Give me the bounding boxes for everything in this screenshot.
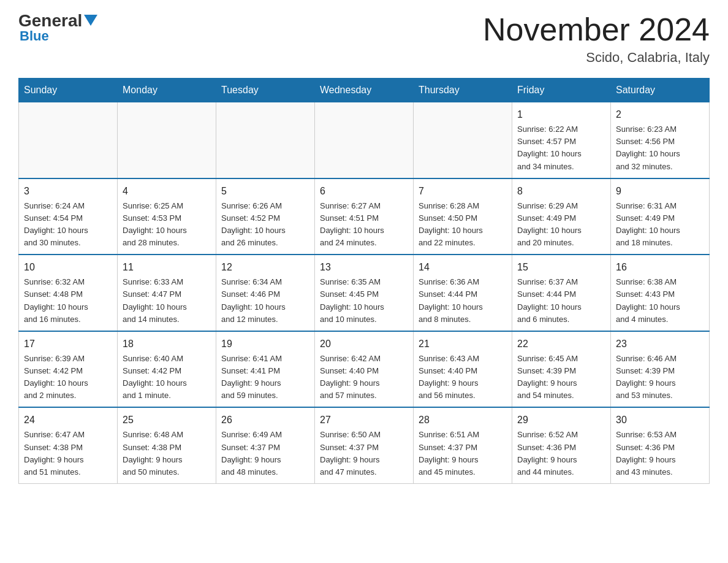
day-cell: 28Sunrise: 6:51 AM Sunset: 4:37 PM Dayli… [414,407,512,483]
day-number: 5 [221,184,309,199]
day-number: 9 [616,184,704,199]
week-row-5: 24Sunrise: 6:47 AM Sunset: 4:38 PM Dayli… [19,407,710,483]
day-info: Sunrise: 6:32 AM Sunset: 4:48 PM Dayligh… [24,277,88,323]
day-info: Sunrise: 6:37 AM Sunset: 4:44 PM Dayligh… [517,277,582,323]
day-cell: 21Sunrise: 6:43 AM Sunset: 4:40 PM Dayli… [414,331,512,408]
day-info: Sunrise: 6:45 AM Sunset: 4:39 PM Dayligh… [517,354,578,400]
day-info: Sunrise: 6:49 AM Sunset: 4:37 PM Dayligh… [221,430,282,476]
day-cell: 2Sunrise: 6:23 AM Sunset: 4:56 PM Daylig… [611,102,710,178]
day-number: 4 [123,184,211,199]
day-cell [216,102,315,178]
day-cell [19,102,118,178]
day-number: 2 [616,107,704,122]
day-info: Sunrise: 6:29 AM Sunset: 4:49 PM Dayligh… [517,201,582,247]
day-number: 15 [517,260,605,275]
day-info: Sunrise: 6:22 AM Sunset: 4:57 PM Dayligh… [517,124,582,170]
day-cell: 6Sunrise: 6:27 AM Sunset: 4:51 PM Daylig… [315,178,414,255]
header-saturday: Saturday [611,79,710,102]
header-sunday: Sunday [19,79,118,102]
day-info: Sunrise: 6:23 AM Sunset: 4:56 PM Dayligh… [616,124,680,170]
week-row-3: 10Sunrise: 6:32 AM Sunset: 4:48 PM Dayli… [19,255,710,331]
day-number: 25 [123,413,211,427]
day-cell [118,102,216,178]
calendar-table: Sunday Monday Tuesday Wednesday Thursday… [18,78,710,484]
header-wednesday: Wednesday [315,79,414,102]
day-info: Sunrise: 6:46 AM Sunset: 4:39 PM Dayligh… [616,354,677,400]
day-cell: 23Sunrise: 6:46 AM Sunset: 4:39 PM Dayli… [611,331,710,408]
day-number: 22 [517,337,605,351]
day-cell: 15Sunrise: 6:37 AM Sunset: 4:44 PM Dayli… [512,255,611,331]
day-number: 11 [123,260,211,275]
week-row-4: 17Sunrise: 6:39 AM Sunset: 4:42 PM Dayli… [19,331,710,408]
day-number: 19 [221,337,309,351]
day-info: Sunrise: 6:38 AM Sunset: 4:43 PM Dayligh… [616,277,680,323]
day-info: Sunrise: 6:51 AM Sunset: 4:37 PM Dayligh… [419,430,479,476]
day-info: Sunrise: 6:41 AM Sunset: 4:41 PM Dayligh… [221,354,282,400]
day-info: Sunrise: 6:48 AM Sunset: 4:38 PM Dayligh… [123,430,183,476]
day-number: 27 [320,413,408,427]
day-number: 30 [616,413,704,427]
day-cell: 25Sunrise: 6:48 AM Sunset: 4:38 PM Dayli… [118,407,216,483]
day-cell: 10Sunrise: 6:32 AM Sunset: 4:48 PM Dayli… [19,255,118,331]
day-number: 6 [320,184,408,199]
day-cell: 11Sunrise: 6:33 AM Sunset: 4:47 PM Dayli… [118,255,216,331]
day-info: Sunrise: 6:53 AM Sunset: 4:36 PM Dayligh… [616,430,677,476]
day-cell: 16Sunrise: 6:38 AM Sunset: 4:43 PM Dayli… [611,255,710,331]
header-friday: Friday [512,79,611,102]
day-number: 3 [24,184,112,199]
day-cell: 19Sunrise: 6:41 AM Sunset: 4:41 PM Dayli… [216,331,315,408]
day-cell: 8Sunrise: 6:29 AM Sunset: 4:49 PM Daylig… [512,178,611,255]
day-cell: 26Sunrise: 6:49 AM Sunset: 4:37 PM Dayli… [216,407,315,483]
day-cell: 4Sunrise: 6:25 AM Sunset: 4:53 PM Daylig… [118,178,216,255]
header-monday: Monday [118,79,216,102]
day-number: 24 [24,413,112,427]
day-number: 10 [24,260,112,275]
day-number: 28 [419,413,507,427]
day-info: Sunrise: 6:26 AM Sunset: 4:52 PM Dayligh… [221,201,286,247]
day-number: 1 [517,107,605,122]
day-number: 26 [221,413,309,427]
day-cell: 20Sunrise: 6:42 AM Sunset: 4:40 PM Dayli… [315,331,414,408]
day-cell: 18Sunrise: 6:40 AM Sunset: 4:42 PM Dayli… [118,331,216,408]
day-cell: 30Sunrise: 6:53 AM Sunset: 4:36 PM Dayli… [611,407,710,483]
day-info: Sunrise: 6:39 AM Sunset: 4:42 PM Dayligh… [24,354,88,400]
day-number: 29 [517,413,605,427]
day-cell: 17Sunrise: 6:39 AM Sunset: 4:42 PM Dayli… [19,331,118,408]
day-cell: 29Sunrise: 6:52 AM Sunset: 4:36 PM Dayli… [512,407,611,483]
day-number: 13 [320,260,408,275]
day-cell: 24Sunrise: 6:47 AM Sunset: 4:38 PM Dayli… [19,407,118,483]
day-info: Sunrise: 6:50 AM Sunset: 4:37 PM Dayligh… [320,430,381,476]
day-info: Sunrise: 6:40 AM Sunset: 4:42 PM Dayligh… [123,354,187,400]
day-cell: 22Sunrise: 6:45 AM Sunset: 4:39 PM Dayli… [512,331,611,408]
day-cell: 27Sunrise: 6:50 AM Sunset: 4:37 PM Dayli… [315,407,414,483]
day-info: Sunrise: 6:52 AM Sunset: 4:36 PM Dayligh… [517,430,578,476]
month-year-title: November 2024 [483,12,710,47]
day-info: Sunrise: 6:47 AM Sunset: 4:38 PM Dayligh… [24,430,85,476]
day-info: Sunrise: 6:25 AM Sunset: 4:53 PM Dayligh… [123,201,187,247]
week-row-2: 3Sunrise: 6:24 AM Sunset: 4:54 PM Daylig… [19,178,710,255]
day-cell: 13Sunrise: 6:35 AM Sunset: 4:45 PM Dayli… [315,255,414,331]
day-info: Sunrise: 6:42 AM Sunset: 4:40 PM Dayligh… [320,354,381,400]
day-number: 12 [221,260,309,275]
day-number: 21 [419,337,507,351]
day-cell [414,102,512,178]
day-number: 8 [517,184,605,199]
day-number: 17 [24,337,112,351]
header-thursday: Thursday [414,79,512,102]
day-info: Sunrise: 6:24 AM Sunset: 4:54 PM Dayligh… [24,201,88,247]
day-info: Sunrise: 6:28 AM Sunset: 4:50 PM Dayligh… [419,201,483,247]
header: General Blue November 2024 Scido, Calabr… [18,12,710,66]
day-cell [315,102,414,178]
weekday-header-row: Sunday Monday Tuesday Wednesday Thursday… [19,79,710,102]
day-info: Sunrise: 6:35 AM Sunset: 4:45 PM Dayligh… [320,277,384,323]
day-cell: 12Sunrise: 6:34 AM Sunset: 4:46 PM Dayli… [216,255,315,331]
day-cell: 14Sunrise: 6:36 AM Sunset: 4:44 PM Dayli… [414,255,512,331]
day-number: 20 [320,337,408,351]
day-info: Sunrise: 6:27 AM Sunset: 4:51 PM Dayligh… [320,201,384,247]
day-number: 7 [419,184,507,199]
logo: General Blue [18,12,97,44]
week-row-1: 1Sunrise: 6:22 AM Sunset: 4:57 PM Daylig… [19,102,710,178]
title-area: November 2024 Scido, Calabria, Italy [483,12,710,66]
logo-main-text: General [18,12,82,29]
header-tuesday: Tuesday [216,79,315,102]
